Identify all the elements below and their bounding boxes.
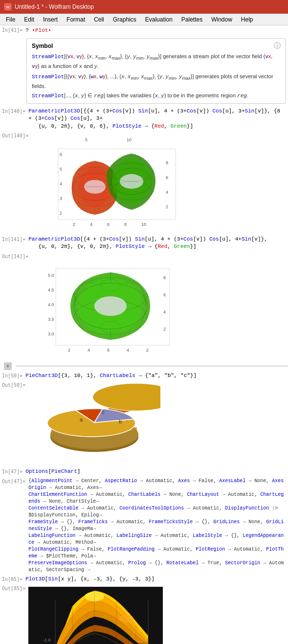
sin3d-svg: 0 0.5 0 -0.5 -1.0 — [28, 587, 163, 644]
svg-text:6: 6 — [166, 175, 168, 180]
svg-text:5: 5 — [60, 167, 62, 172]
menu-edit[interactable]: Edit — [20, 15, 38, 24]
code-text-in41: ? •Plot• — [25, 27, 51, 33]
svg-text:4: 4 — [163, 310, 166, 314]
cell-in140: In[140]= ParametricPlot3D[{{4 + (3+Cos[v… — [0, 107, 288, 131]
cell-plot-tori[interactable]: 5 10 8 6 4 2 6 5 4 3 2 2 4 6 8 10 — [29, 131, 288, 235]
app-icon: W — [4, 3, 12, 11]
cell-in141: In[141]= ParametricPlot3D[{4 + (3+Cos[v]… — [0, 235, 288, 252]
svg-text:8: 8 — [163, 275, 166, 280]
symbol-desc-3: StreamPlot[..., {x, y} ∈ reg] takes the … — [32, 91, 281, 100]
pie-plot-container: a b c — [28, 383, 286, 464]
cell-code-in41[interactable]: ? •Plot• — [23, 25, 288, 35]
cell-out85: Out[85]= 0 0.5 0 -0.5 -1.0 — [0, 584, 288, 644]
svg-text:2: 2 — [68, 348, 70, 353]
symbol-desc-1: StreamPlot[{vx, vy}, {x, xmin, xmax}, {y… — [32, 52, 281, 70]
code-in47: Options[PieChart] — [25, 468, 286, 475]
cell-code-in85[interactable]: Plot3D[Sin[x y], {x, -3, 3}, {y, -3, 3}] — [23, 575, 288, 584]
window-title: Untitled-1 * - Wolfram Desktop — [15, 3, 94, 10]
tori-plot-container: 5 10 8 6 4 2 6 5 4 3 2 2 4 6 8 10 — [31, 134, 286, 232]
svg-text:b: b — [119, 419, 122, 424]
code-in50: PieChart3D[{3, 10, 1}, ChartLabels → {"a… — [25, 372, 286, 379]
svg-text:W: W — [6, 5, 10, 9]
single-torus-plot-container: 5.0 4.5 4.0 3.5 3.0 8 6 4 2 2 4 6 4 2 — [31, 255, 286, 357]
symbol-info-icon: ⓘ — [274, 42, 281, 50]
symbol-box-content: Symbol ⓘ StreamPlot[{vx, vy}, {x, xmin, … — [23, 35, 288, 106]
cell-label-in41: In[41]= — [0, 25, 23, 33]
code-in85: Plot3D[Sin[x y], {x, -3, 3}, {y, -3, 3}] — [25, 576, 286, 583]
svg-text:2: 2 — [60, 211, 62, 216]
cell-plot-single-torus[interactable]: 5.0 4.5 4.0 3.5 3.0 8 6 4 2 2 4 6 4 2 — [29, 252, 288, 360]
cell-label-in85: In[85]= — [0, 575, 23, 582]
add-cell-button[interactable]: + — [4, 362, 12, 370]
svg-text:5.0: 5.0 — [48, 273, 54, 278]
svg-text:4.0: 4.0 — [48, 302, 54, 307]
svg-text:3.0: 3.0 — [48, 332, 54, 336]
cell-code-in141[interactable]: ParametricPlot3D[{4 + (3+Cos[v]) Sin[u],… — [26, 235, 288, 252]
cell-plot-pie[interactable]: a b c — [26, 380, 288, 467]
menu-graphics[interactable]: Graphics — [109, 15, 140, 24]
svg-text:8: 8 — [166, 160, 168, 165]
cell-code-in140[interactable]: ParametricPlot3D[{{4 + (3+Cos[v]) Sin[u]… — [26, 107, 288, 131]
options-text-out47: {AlignmentPoint → Center, AspectRatio → … — [28, 478, 286, 574]
cell-label-symbol — [0, 35, 23, 37]
cell-symbol: Symbol ⓘ StreamPlot[{vx, vy}, {x, xmin, … — [0, 35, 288, 106]
svg-text:4: 4 — [90, 222, 92, 227]
svg-text:4: 4 — [60, 181, 62, 186]
symbol-box: Symbol ⓘ StreamPlot[{vx, vy}, {x, xmin, … — [26, 38, 286, 103]
svg-text:6: 6 — [60, 152, 62, 157]
menu-format[interactable]: Format — [63, 15, 89, 24]
svg-text:10: 10 — [141, 222, 146, 227]
menu-help[interactable]: Help — [237, 15, 257, 24]
svg-text:3.5: 3.5 — [48, 317, 54, 322]
code-in140-line2: {u, 0, 2π}, {v, 0, 6}, PlotStyle → {Red,… — [28, 123, 286, 130]
cell-out141: Out[141]= 5.0 4.5 4.0 3.5 3.0 8 — [0, 252, 288, 360]
cell-label-out47: Out[47]= — [0, 477, 26, 484]
menu-file[interactable]: File — [2, 15, 19, 24]
menu-insert[interactable]: Insert — [39, 15, 62, 24]
cell-in41: In[41]= ? •Plot• — [0, 25, 288, 35]
svg-text:5: 5 — [85, 137, 88, 142]
svg-text:2: 2 — [166, 204, 168, 209]
svg-text:-1.0: -1.0 — [43, 638, 51, 643]
cell-in85: In[85]= Plot3D[Sin[x y], {x, -3, 3}, {y,… — [0, 575, 288, 584]
svg-text:2: 2 — [146, 348, 149, 353]
cell-label-in141: In[141]= — [0, 235, 26, 242]
symbol-title: Symbol — [32, 43, 53, 49]
code-in141-line2: {u, 0, 2π}, {v, 0, 2π}, PlotStyle → {Red… — [28, 243, 286, 250]
cell-label-in50: In[50]= — [0, 371, 23, 378]
menu-evaluation[interactable]: Evaluation — [141, 15, 177, 24]
cell-label-out141: Out[141]= — [0, 252, 29, 259]
svg-text:3: 3 — [60, 196, 62, 201]
menu-palettes[interactable]: Palettes — [177, 15, 206, 24]
cell-label-out85: Out[85]= — [0, 584, 26, 591]
cell-out140: Out[140]= 5 10 8 6 4 2 — [0, 131, 288, 235]
svg-text:2: 2 — [73, 222, 75, 227]
svg-text:10: 10 — [127, 137, 132, 142]
symbol-desc-2: StreamPlot[{{vx, vy}, {wx, wy}, ...}, {x… — [32, 72, 281, 90]
tori-plot-svg: 5 10 8 6 4 2 6 5 4 3 2 2 4 6 8 10 — [31, 134, 183, 232]
svg-text:6: 6 — [107, 348, 110, 353]
cell-divider-section: + — [0, 360, 288, 371]
menu-cell[interactable]: Cell — [90, 15, 108, 24]
title-bar: W Untitled-1 * - Wolfram Desktop — [0, 0, 288, 14]
sin3d-plot-container: 0 0.5 0 -0.5 -1.0 — [28, 587, 286, 644]
cell-label-out140: Out[140]= — [0, 131, 29, 138]
svg-text:6: 6 — [107, 222, 110, 227]
svg-text:4: 4 — [127, 348, 129, 353]
pie-chart-svg: a b c — [28, 383, 160, 464]
cell-code-in50[interactable]: PieChart3D[{3, 10, 1}, ChartLabels → {"a… — [23, 371, 288, 380]
notebook-content: In[41]= ? •Plot• Symbol ⓘ StreamPlot[{vx… — [0, 25, 288, 644]
divider-line — [16, 366, 288, 366]
cell-label-out50: Out[50]= — [0, 380, 26, 388]
svg-text:4: 4 — [166, 190, 168, 195]
cell-options-out: {AlignmentPoint → Center, AspectRatio → … — [26, 477, 288, 575]
cell-in47: In[47]= Options[PieChart] — [0, 467, 288, 476]
symbol-header: Symbol ⓘ — [32, 42, 281, 50]
cell-plot-sin3d[interactable]: 0 0.5 0 -0.5 -1.0 — [26, 584, 288, 644]
menu-window[interactable]: Window — [207, 15, 236, 24]
cell-code-in47[interactable]: Options[PieChart] — [23, 467, 288, 476]
svg-text:6: 6 — [163, 292, 166, 297]
single-torus-svg: 5.0 4.5 4.0 3.5 3.0 8 6 4 2 2 4 6 4 2 — [31, 255, 176, 357]
code-in140-line1: ParametricPlot3D[{{4 + (3+Cos[v]) Sin[u]… — [28, 108, 286, 123]
